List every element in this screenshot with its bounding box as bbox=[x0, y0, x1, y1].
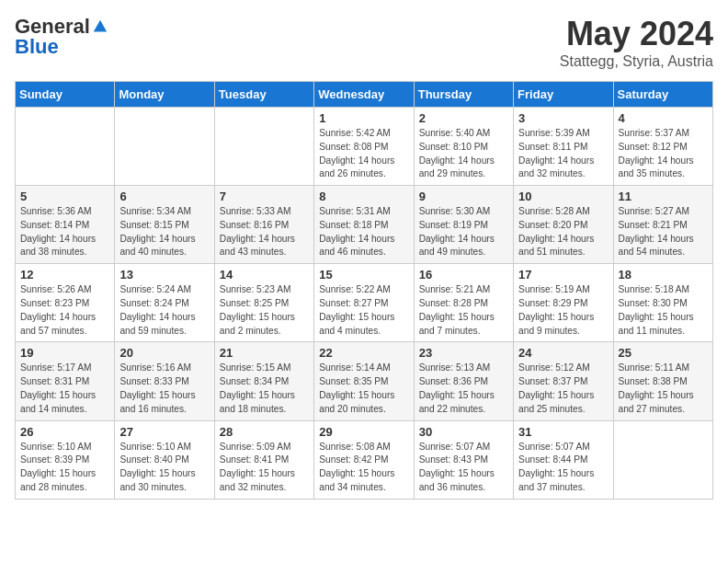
day-detail: Sunrise: 5:12 AMSunset: 8:37 PMDaylight:… bbox=[518, 362, 608, 416]
day-detail: Sunrise: 5:07 AMSunset: 8:44 PMDaylight:… bbox=[518, 441, 608, 495]
day-detail: Sunrise: 5:14 AMSunset: 8:35 PMDaylight:… bbox=[319, 362, 408, 416]
day-number: 4 bbox=[619, 111, 708, 125]
day-number: 14 bbox=[220, 268, 309, 282]
day-detail: Sunrise: 5:26 AMSunset: 8:23 PMDaylight:… bbox=[20, 283, 109, 338]
calendar-cell: 2Sunrise: 5:40 AMSunset: 8:10 PMDaylight… bbox=[414, 108, 513, 186]
day-detail: Sunrise: 5:28 AMSunset: 8:20 PMDaylight:… bbox=[518, 205, 608, 259]
day-detail: Sunrise: 5:30 AMSunset: 8:19 PMDaylight:… bbox=[419, 205, 508, 259]
col-header-sunday: Sunday bbox=[16, 82, 115, 108]
calendar-cell: 15Sunrise: 5:22 AMSunset: 8:27 PMDayligh… bbox=[314, 264, 414, 342]
day-number: 19 bbox=[20, 346, 109, 360]
col-header-wednesday: Wednesday bbox=[314, 82, 414, 108]
day-number: 9 bbox=[419, 190, 508, 203]
calendar-cell: 28Sunrise: 5:09 AMSunset: 8:41 PMDayligh… bbox=[214, 420, 313, 499]
day-number: 20 bbox=[119, 346, 209, 360]
calendar-cell bbox=[613, 420, 712, 499]
calendar-cell: 25Sunrise: 5:11 AMSunset: 8:38 PMDayligh… bbox=[613, 342, 712, 420]
day-detail: Sunrise: 5:08 AMSunset: 8:42 PMDaylight:… bbox=[319, 441, 408, 495]
calendar-cell: 22Sunrise: 5:14 AMSunset: 8:35 PMDayligh… bbox=[314, 342, 414, 420]
day-detail: Sunrise: 5:10 AMSunset: 8:39 PMDaylight:… bbox=[20, 441, 109, 495]
calendar-cell bbox=[214, 108, 313, 186]
day-number: 29 bbox=[319, 425, 408, 439]
day-detail: Sunrise: 5:33 AMSunset: 8:16 PMDaylight:… bbox=[220, 205, 309, 259]
calendar-week-row: 12Sunrise: 5:26 AMSunset: 8:23 PMDayligh… bbox=[16, 264, 713, 342]
day-number: 21 bbox=[220, 346, 309, 360]
day-number: 27 bbox=[119, 425, 209, 439]
col-header-tuesday: Tuesday bbox=[214, 82, 313, 108]
calendar-week-row: 1Sunrise: 5:42 AMSunset: 8:08 PMDaylight… bbox=[16, 108, 713, 186]
day-detail: Sunrise: 5:17 AMSunset: 8:31 PMDaylight:… bbox=[20, 362, 109, 416]
calendar-week-row: 26Sunrise: 5:10 AMSunset: 8:39 PMDayligh… bbox=[16, 420, 713, 499]
day-number: 24 bbox=[518, 346, 608, 360]
calendar-week-row: 5Sunrise: 5:36 AMSunset: 8:14 PMDaylight… bbox=[16, 186, 713, 264]
calendar-cell: 11Sunrise: 5:27 AMSunset: 8:21 PMDayligh… bbox=[613, 186, 712, 264]
day-detail: Sunrise: 5:36 AMSunset: 8:14 PMDaylight:… bbox=[20, 205, 109, 259]
calendar-cell: 30Sunrise: 5:07 AMSunset: 8:43 PMDayligh… bbox=[414, 420, 513, 499]
calendar-cell: 3Sunrise: 5:39 AMSunset: 8:11 PMDaylight… bbox=[514, 108, 613, 186]
day-number: 5 bbox=[20, 190, 109, 203]
day-detail: Sunrise: 5:22 AMSunset: 8:27 PMDaylight:… bbox=[319, 283, 408, 338]
day-number: 10 bbox=[518, 190, 608, 203]
day-detail: Sunrise: 5:09 AMSunset: 8:41 PMDaylight:… bbox=[220, 441, 309, 495]
day-number: 6 bbox=[119, 190, 209, 203]
calendar-cell: 29Sunrise: 5:08 AMSunset: 8:42 PMDayligh… bbox=[314, 420, 414, 499]
day-number: 25 bbox=[619, 346, 708, 360]
day-detail: Sunrise: 5:42 AMSunset: 8:08 PMDaylight:… bbox=[319, 127, 408, 181]
calendar-cell: 7Sunrise: 5:33 AMSunset: 8:16 PMDaylight… bbox=[214, 186, 313, 264]
day-number: 1 bbox=[319, 111, 408, 125]
calendar-header-row: SundayMondayTuesdayWednesdayThursdayFrid… bbox=[16, 82, 713, 108]
day-detail: Sunrise: 5:10 AMSunset: 8:40 PMDaylight:… bbox=[119, 441, 209, 495]
day-detail: Sunrise: 5:21 AMSunset: 8:28 PMDaylight:… bbox=[419, 283, 508, 338]
day-number: 8 bbox=[319, 190, 408, 203]
day-detail: Sunrise: 5:13 AMSunset: 8:36 PMDaylight:… bbox=[419, 362, 508, 416]
day-detail: Sunrise: 5:24 AMSunset: 8:24 PMDaylight:… bbox=[119, 283, 209, 338]
day-number: 18 bbox=[619, 268, 708, 282]
day-number: 11 bbox=[619, 190, 708, 203]
calendar-cell: 19Sunrise: 5:17 AMSunset: 8:31 PMDayligh… bbox=[16, 342, 115, 420]
calendar-cell: 12Sunrise: 5:26 AMSunset: 8:23 PMDayligh… bbox=[16, 264, 115, 342]
col-header-monday: Monday bbox=[115, 82, 214, 108]
month-title: May 2024 bbox=[560, 15, 713, 53]
calendar-cell: 1Sunrise: 5:42 AMSunset: 8:08 PMDaylight… bbox=[314, 108, 414, 186]
calendar-cell: 24Sunrise: 5:12 AMSunset: 8:37 PMDayligh… bbox=[514, 342, 613, 420]
calendar-cell: 18Sunrise: 5:18 AMSunset: 8:30 PMDayligh… bbox=[613, 264, 712, 342]
day-detail: Sunrise: 5:37 AMSunset: 8:12 PMDaylight:… bbox=[619, 127, 708, 181]
calendar-cell: 16Sunrise: 5:21 AMSunset: 8:28 PMDayligh… bbox=[414, 264, 513, 342]
calendar-cell: 17Sunrise: 5:19 AMSunset: 8:29 PMDayligh… bbox=[514, 264, 613, 342]
logo-icon bbox=[92, 18, 108, 35]
calendar-cell: 13Sunrise: 5:24 AMSunset: 8:24 PMDayligh… bbox=[115, 264, 214, 342]
calendar-table: SundayMondayTuesdayWednesdayThursdayFrid… bbox=[15, 81, 713, 500]
calendar-cell: 20Sunrise: 5:16 AMSunset: 8:33 PMDayligh… bbox=[115, 342, 214, 420]
calendar-cell: 9Sunrise: 5:30 AMSunset: 8:19 PMDaylight… bbox=[414, 186, 513, 264]
day-number: 12 bbox=[20, 268, 109, 282]
page-header: General Blue May 2024 Stattegg, Styria, … bbox=[15, 15, 713, 70]
day-number: 7 bbox=[220, 190, 309, 203]
day-detail: Sunrise: 5:07 AMSunset: 8:43 PMDaylight:… bbox=[419, 441, 508, 495]
day-detail: Sunrise: 5:27 AMSunset: 8:21 PMDaylight:… bbox=[619, 205, 708, 259]
day-number: 2 bbox=[419, 111, 508, 125]
calendar-cell: 31Sunrise: 5:07 AMSunset: 8:44 PMDayligh… bbox=[514, 420, 613, 499]
location-subtitle: Stattegg, Styria, Austria bbox=[560, 53, 713, 70]
day-detail: Sunrise: 5:11 AMSunset: 8:38 PMDaylight:… bbox=[619, 362, 708, 416]
day-detail: Sunrise: 5:18 AMSunset: 8:30 PMDaylight:… bbox=[619, 283, 708, 338]
day-number: 17 bbox=[518, 268, 608, 282]
day-detail: Sunrise: 5:39 AMSunset: 8:11 PMDaylight:… bbox=[518, 127, 608, 181]
title-area: May 2024 Stattegg, Styria, Austria bbox=[560, 15, 713, 70]
calendar-week-row: 19Sunrise: 5:17 AMSunset: 8:31 PMDayligh… bbox=[16, 342, 713, 420]
calendar-cell: 10Sunrise: 5:28 AMSunset: 8:20 PMDayligh… bbox=[514, 186, 613, 264]
col-header-saturday: Saturday bbox=[613, 82, 712, 108]
col-header-friday: Friday bbox=[514, 82, 613, 108]
day-detail: Sunrise: 5:16 AMSunset: 8:33 PMDaylight:… bbox=[119, 362, 209, 416]
calendar-cell: 5Sunrise: 5:36 AMSunset: 8:14 PMDaylight… bbox=[16, 186, 115, 264]
day-number: 13 bbox=[119, 268, 209, 282]
day-detail: Sunrise: 5:40 AMSunset: 8:10 PMDaylight:… bbox=[419, 127, 508, 181]
col-header-thursday: Thursday bbox=[414, 82, 513, 108]
day-number: 23 bbox=[419, 346, 508, 360]
svg-marker-0 bbox=[94, 20, 107, 32]
day-detail: Sunrise: 5:23 AMSunset: 8:25 PMDaylight:… bbox=[220, 283, 309, 338]
calendar-cell: 26Sunrise: 5:10 AMSunset: 8:39 PMDayligh… bbox=[16, 420, 115, 499]
calendar-cell bbox=[115, 108, 214, 186]
calendar-cell: 6Sunrise: 5:34 AMSunset: 8:15 PMDaylight… bbox=[115, 186, 214, 264]
calendar-cell: 27Sunrise: 5:10 AMSunset: 8:40 PMDayligh… bbox=[115, 420, 214, 499]
calendar-cell: 4Sunrise: 5:37 AMSunset: 8:12 PMDaylight… bbox=[613, 108, 712, 186]
